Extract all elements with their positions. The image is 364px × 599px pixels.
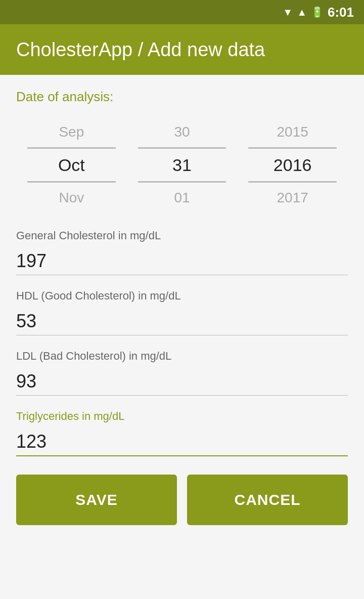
button-row: SAVE CANCEL	[16, 475, 348, 525]
wifi-icon: ▼	[283, 7, 293, 18]
status-time: 6:01	[328, 5, 354, 20]
year-prev[interactable]: 2015	[237, 117, 348, 147]
triglycerides-group: Triglycerides in mg/dL	[16, 410, 348, 456]
year-next[interactable]: 2017	[237, 183, 348, 213]
hdl-label: HDL (Good Cholesterol) in mg/dL	[16, 289, 348, 303]
general-cholesterol-group: General Cholesterol in mg/dL	[16, 229, 348, 275]
month-selected[interactable]: Oct	[16, 148, 127, 182]
ldl-label: LDL (Bad Cholesterol) in mg/dL	[16, 350, 348, 363]
year-column[interactable]: 2015 2016 2017	[237, 117, 348, 213]
day-column[interactable]: 30 31 01	[127, 117, 238, 213]
hdl-input[interactable]	[16, 307, 348, 335]
signal-icon: ▲	[297, 7, 307, 18]
app-bar: CholesterApp / Add new data	[0, 24, 364, 75]
triglycerides-input[interactable]	[16, 427, 348, 456]
cancel-button[interactable]: CANCEL	[187, 475, 348, 525]
save-button[interactable]: SAVE	[16, 475, 177, 525]
general-cholesterol-label: General Cholesterol in mg/dL	[16, 229, 348, 242]
app-bar-title: CholesterApp / Add new data	[16, 39, 265, 61]
battery-icon: 🔋	[311, 6, 324, 18]
hdl-group: HDL (Good Cholesterol) in mg/dL	[16, 289, 348, 335]
month-prev[interactable]: Sep	[16, 117, 127, 147]
ldl-group: LDL (Bad Cholesterol) in mg/dL	[16, 350, 348, 396]
date-picker[interactable]: Sep Oct Nov 30 31 01 2015 2016 2017	[16, 117, 348, 213]
month-next[interactable]: Nov	[16, 183, 127, 213]
status-icons: ▼ ▲ 🔋 6:01	[283, 5, 354, 20]
year-selected[interactable]: 2016	[237, 148, 348, 182]
day-selected[interactable]: 31	[127, 148, 238, 182]
day-prev[interactable]: 30	[127, 117, 238, 147]
general-cholesterol-input[interactable]	[16, 246, 348, 275]
month-column[interactable]: Sep Oct Nov	[16, 117, 127, 213]
ldl-input[interactable]	[16, 367, 348, 396]
status-bar: ▼ ▲ 🔋 6:01	[0, 0, 364, 24]
day-next[interactable]: 01	[127, 183, 238, 213]
triglycerides-label: Triglycerides in mg/dL	[16, 410, 348, 423]
date-label: Date of analysis:	[16, 89, 348, 105]
main-content: Date of analysis: Sep Oct Nov 30 31 01 2…	[0, 75, 364, 539]
